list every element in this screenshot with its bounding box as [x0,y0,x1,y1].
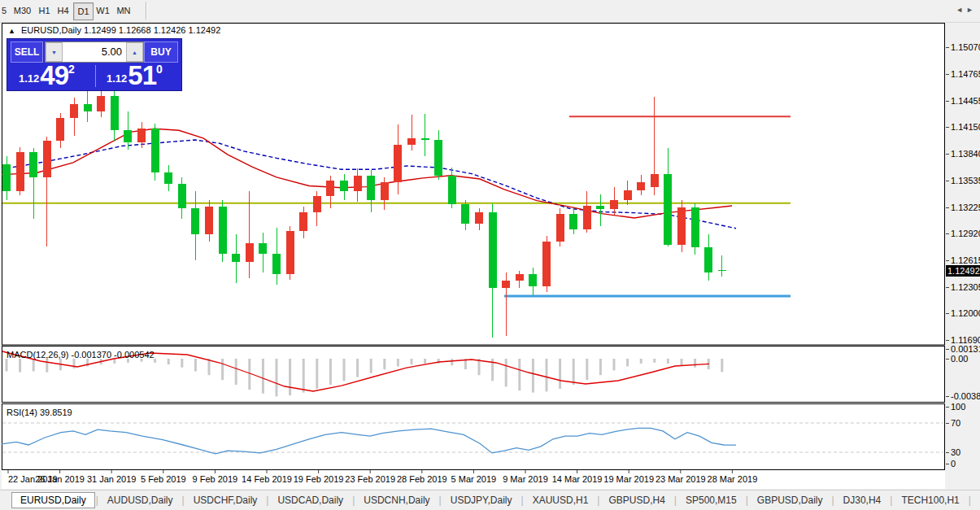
macd-layer [7,359,722,396]
candle-body [569,214,577,229]
chart-canvas[interactable]: 22 Jan 201926 Jan 201931 Jan 20195 Feb 2… [2,23,945,489]
candle-body [502,281,510,289]
axis-tick-mark [946,181,949,181]
candle-body [516,274,524,281]
candle-body [704,247,712,272]
axis-tick-mark [946,260,949,261]
date-axis-label: 28 Feb 2019 [397,474,447,484]
date-axis-label: 19 Mar 2019 [603,474,654,484]
timeframe-button-mn[interactable]: MN [114,2,133,19]
timeframe-button-d1[interactable]: D1 [73,2,94,20]
candle-body [664,174,672,245]
price-axis-label: 1.14455 [951,96,980,106]
timeframe-button-m30[interactable]: M30 [11,2,34,19]
candle-body [596,206,604,209]
chart-svg[interactable]: 22 Jan 201926 Jan 201931 Jan 20195 Feb 2… [2,23,945,489]
candle-body [191,208,199,234]
ohlc-high: 1.12668 [119,25,151,35]
date-axis-label: 26 Jan 2019 [35,474,85,484]
one-click-trade-panel: SELL ▼ 5.00 ▲ BUY 1.12 49 2 1.12 51 0 [7,38,182,91]
candle-body [624,190,632,200]
price-axis-label: 1.12615 [951,255,980,265]
candle-body [313,196,321,211]
candle-body [489,212,497,289]
tab-scroll-left-icon[interactable]: ◄ [956,6,966,14]
chart-tab-tech100-h1[interactable]: TECH100,H1 [893,493,967,508]
candle-body [367,176,375,200]
candle-body [151,129,159,172]
collapse-triangle-icon[interactable]: ▲ [8,27,15,35]
chart-tab-bar: EURUSD,Daily|AUDUSD,Daily|USDCHF,Daily|U… [0,490,980,510]
toolbar-separator [146,2,147,20]
price-axis-label: 1.13840 [951,149,980,159]
buy-price-prefix: 1.12 [107,72,127,85]
price-axis-label: 1.12000 [951,308,980,318]
sell-price-display[interactable]: 1.12 49 2 [19,59,75,89]
chart-tab-ui[interactable]: UI [972,493,980,508]
candle-body [232,254,240,263]
buy-price-display[interactable]: 1.12 51 0 [107,59,163,89]
date-axis-label: 31 Jan 2019 [87,474,137,484]
tab-scroll-right-icon[interactable]: ► [966,6,977,14]
price-axis-label: 1.12305 [951,282,980,292]
axis-tick-mark [946,207,949,208]
rsi-axis-label: 100 [951,402,965,412]
sell-price-big: 49 [40,62,68,89]
chart-tab-usdcnh-daily[interactable]: USDCNH,Daily [355,493,438,508]
date-axis-label: 5 Mar 2019 [451,474,497,484]
buy-price-big: 51 [128,62,156,89]
timeframe-button-w1[interactable]: W1 [94,2,112,19]
candle-body [610,200,618,210]
axis-tick-mark [946,396,949,397]
chart-tab-usdchf-daily[interactable]: USDCHF,Daily [185,493,266,508]
sell-price-prefix: 1.12 [19,72,39,85]
ma-red-line [2,129,732,218]
chart-tab-eurusd-daily[interactable]: EURUSD,Daily [11,492,95,508]
timeframe-button-h4[interactable]: H4 [54,2,72,19]
candle-body [70,104,78,118]
candles-layer [2,87,726,338]
sell-price-sup: 2 [68,63,75,76]
rsi-axis-label: 70 [951,418,960,428]
price-axis[interactable]: 1.150701.147651.144551.141501.138401.135… [946,23,980,489]
candle-body [178,184,186,208]
candle-body [84,104,92,111]
chart-tab-xauusd-h1[interactable]: XAUUSD,H1 [525,493,597,508]
axis-tick-mark [946,233,949,234]
rsi-axis-label: 30 [951,447,960,457]
candle-body [691,207,699,247]
axis-tick-mark [946,101,949,102]
candle-body [542,242,551,286]
chart-tab-audusd-daily[interactable]: AUDUSD,Daily [99,493,181,508]
price-axis-label: 1.15070 [951,42,980,52]
candle-body [326,181,334,196]
timeframe-button-h1[interactable]: H1 [36,2,53,19]
timeframe-button-5[interactable]: 5 [0,2,8,19]
chart-ohlc-header: ▲ EURUSD,Daily 1.12499 1.12668 1.12426 1… [8,25,220,35]
date-axis-label: 9 Mar 2019 [503,474,548,484]
chart-tab-gbpusd-h4[interactable]: GBPUSD,H4 [600,493,673,508]
candle-body [677,207,686,245]
axis-tick-mark [946,127,949,128]
candle-body [718,270,726,271]
chart-tab-usdcad-daily[interactable]: USDCAD,Daily [269,493,351,508]
candle-body [651,174,659,187]
chart-tab-gbpusd-daily[interactable]: GBPUSD,Daily [749,493,831,508]
candle-body [43,141,51,177]
axis-tick-mark [946,154,949,155]
date-axis-label: 28 Mar 2019 [708,474,758,484]
date-axis-label: 23 Feb 2019 [345,474,395,484]
current-price-tag: 1.12492 [946,265,980,277]
chart-tab-dj30-h4[interactable]: DJ30,H4 [835,493,890,508]
candle-body [637,182,645,190]
axis-tick-mark [946,407,949,408]
chart-tab-sp500-m15[interactable]: SP500,M15 [677,493,745,508]
buy-price-sup: 0 [156,63,163,76]
candle-body [16,152,24,191]
candle-body [286,231,294,274]
axis-tick-mark [946,359,949,360]
candle-body [205,207,213,234]
chart-tab-usdjpy-daily[interactable]: USDJPY,Daily [442,493,520,508]
candle-body [2,164,11,191]
macd-indicator-label: MACD(12,26,9) -0.001370 -0.000542 [7,350,155,360]
